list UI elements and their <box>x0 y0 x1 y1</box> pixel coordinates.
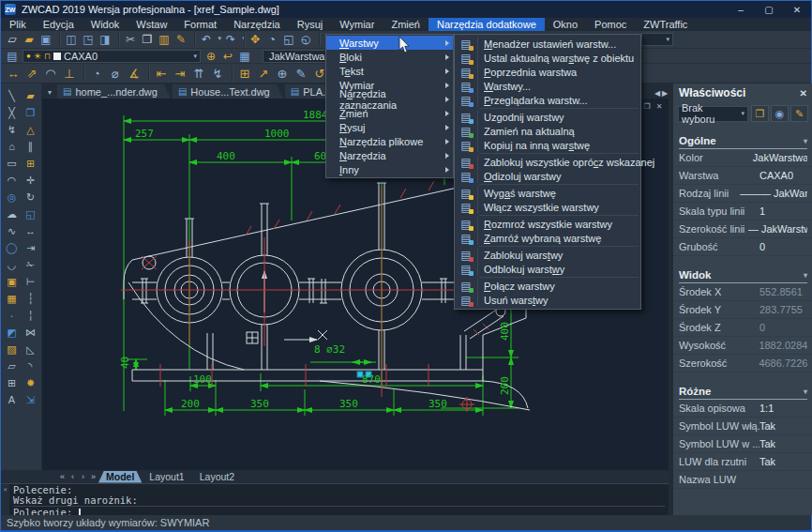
menu-narzedzia-dodatkowe[interactable]: Narzędzia dodatkowe <box>429 18 545 31</box>
menu-item-uzgodnij-warstwy[interactable]: ▤ Uzgodnij warstwy <box>455 110 640 124</box>
submenu-tekst[interactable]: Tekst <box>326 64 453 78</box>
dim-aligned-icon[interactable]: ⇗ <box>23 65 41 82</box>
menu-plik[interactable]: Plik <box>1 18 35 31</box>
menu-item-przegladarka-warstw[interactable]: ▤ Przeglądarka warstw... <box>455 93 640 107</box>
polyline-tool[interactable]: ↯ <box>3 121 21 138</box>
region-tool[interactable]: ▱ <box>3 357 21 374</box>
cut-icon[interactable]: ✂ <box>122 32 139 47</box>
submenu-narzedzia-plikowe[interactable]: Narzędzia plikowe <box>326 134 453 148</box>
prev-layout-button[interactable]: ‹ <box>68 472 78 481</box>
copy-tool[interactable]: ❐ <box>22 104 39 121</box>
toggle-pickadd-icon[interactable]: ✎ <box>790 105 808 122</box>
polygon-tool[interactable]: ⌂ <box>3 138 21 155</box>
menu-rysuj[interactable]: Rysuj <box>289 18 332 31</box>
section-header-rozne[interactable]: Różne▾ <box>679 386 807 400</box>
maximize-button[interactable]: ▢ <box>755 1 783 18</box>
property-row[interactable]: Wysokość 1882.0284 <box>673 337 812 355</box>
submenu-zmien[interactable]: Zmień <box>326 106 453 120</box>
lengthen-tool[interactable]: ⇥ <box>22 239 39 256</box>
menu-item-kopiuj-na-inna-warstwe[interactable]: ▤ Kopiuj na inną warstwę <box>455 138 640 152</box>
center-mark-icon[interactable]: ✎ <box>292 65 310 82</box>
tab-scroll-right-icon[interactable]: ▶ <box>661 87 669 99</box>
join-tool[interactable]: ⋈ <box>22 324 39 341</box>
break-tool[interactable]: ╎ <box>22 307 39 324</box>
menu-edycja[interactable]: Edycja <box>35 18 83 31</box>
property-row[interactable]: Rodzaj linii ——— JakWarstwa <box>673 185 812 203</box>
property-row[interactable]: Skala typu linii 1 <box>673 203 812 220</box>
circle-tool[interactable]: ◎ <box>3 189 21 205</box>
dim-arc-length-icon[interactable]: ◠ <box>41 65 60 82</box>
extend-tool[interactable]: ⊢ <box>22 273 39 290</box>
property-row[interactable]: Symbol LUW w ... Tak <box>673 435 812 453</box>
menu-item-polacz-warstwy[interactable]: ▤ Połącz warstwy <box>455 279 640 293</box>
submenu-inny[interactable]: Inny <box>326 162 453 176</box>
property-row[interactable]: Symbol LUW włą... Tak <box>673 418 812 435</box>
property-row[interactable]: Środek Z 0 <box>673 319 812 337</box>
dim-baseline-icon[interactable]: ⇤ <box>152 65 171 82</box>
menu-item-zamroz-wybrana-warstwe[interactable]: ▤ Zamróź wybraną warstwę <box>455 231 640 245</box>
array-tool[interactable]: ⊞ <box>22 155 39 172</box>
save-icon[interactable]: ▣ <box>38 32 54 47</box>
tab-scroll-left-icon[interactable]: ◀ <box>654 87 661 99</box>
explode-tool[interactable]: ✸ <box>22 374 39 391</box>
arc-tool[interactable]: ◠ <box>3 172 21 189</box>
minimize-button[interactable]: – <box>727 1 755 18</box>
doc-tab-house[interactable]: ▤House...Text.dwg <box>173 84 283 99</box>
zoom-window-icon[interactable]: ◱ <box>280 32 297 47</box>
menu-widok[interactable]: Widok <box>83 18 128 31</box>
property-row[interactable]: Kolor JakWarstwa <box>673 149 812 167</box>
menu-narzedzia[interactable]: Narzędzia <box>225 18 289 31</box>
dim-spacing-icon[interactable]: ⇈ <box>189 65 208 82</box>
first-layout-button[interactable]: « <box>57 472 68 481</box>
line-tool[interactable]: ╲ <box>3 87 21 104</box>
undo-icon[interactable]: ↶ <box>198 32 215 47</box>
create-block-tool[interactable]: ▦ <box>3 290 21 307</box>
command-window[interactable]: ✕ Polecenie:Wskaż drugi narożnik: Polece… <box>1 483 669 516</box>
menu-item-rozmroz-wszystkie-warstwy[interactable]: ▤ Rozmroź wszystkie warstwy <box>455 217 640 231</box>
rotate-tool[interactable]: ↻ <box>22 189 39 205</box>
layer-previous-button[interactable]: ↩ <box>219 49 236 64</box>
ellipse-tool[interactable]: ◯ <box>3 239 21 256</box>
next-layout-button[interactable]: › <box>78 472 88 481</box>
zoom-previous-icon[interactable]: ◵ <box>297 32 314 47</box>
trim-tool[interactable]: ✁ <box>22 256 39 273</box>
section-header-ogolne[interactable]: Ogólne▾ <box>679 135 807 149</box>
menu-item-ustal-aktualna-warstwe[interactable]: ▤ Ustal aktualną warstwę z obiektu <box>455 51 640 65</box>
last-layout-button[interactable]: » <box>88 472 98 481</box>
menu-item-zablokuj-warstwy[interactable]: ▤ Zablokuj warstwy <box>455 248 640 262</box>
gradient-tool[interactable]: ◩ <box>3 324 21 341</box>
close-button[interactable]: ✕ <box>783 1 811 18</box>
dim-ordinate-icon[interactable]: ⊥ <box>60 65 79 82</box>
menu-wstaw[interactable]: Wstaw <box>128 18 175 31</box>
menu-item-zamien-na-aktualna[interactable]: ▤ Zamień na aktualną <box>455 124 640 138</box>
menu-item-wygas-warstwe[interactable]: ▤ Wygaś warstwę <box>455 186 640 200</box>
workspace-combo[interactable]: ▾ <box>641 33 673 46</box>
menu-zwtraffic[interactable]: ZWTraffic <box>635 18 696 31</box>
point-tool[interactable]: ∙ <box>3 307 21 324</box>
break-at-point-tool[interactable]: ┆ <box>22 290 39 307</box>
layer-states-button[interactable]: ▦ <box>236 49 253 64</box>
section-header-widok[interactable]: Widok▾ <box>679 269 807 283</box>
pan-icon[interactable]: ✥ <box>247 32 263 47</box>
zoom-realtime-icon[interactable]: ◔ <box>263 32 280 47</box>
erase-tool[interactable]: ▰ <box>22 87 39 104</box>
tab-model[interactable]: Model <box>98 471 142 483</box>
property-row[interactable]: Środek X 552.8561 <box>673 283 812 301</box>
submenu-narzedzia[interactable]: Narzędzia <box>326 148 453 162</box>
dim-diameter-icon[interactable]: ⌀ <box>106 65 125 82</box>
dim-break-icon[interactable]: ↯ <box>208 65 227 82</box>
multileader-icon[interactable]: ↗ <box>254 65 273 82</box>
plot-preview-icon[interactable]: ◫ <box>63 32 80 47</box>
ellipse-arc-tool[interactable]: ◡ <box>3 256 21 273</box>
spline-tool[interactable]: ∿ <box>3 222 21 239</box>
property-row[interactable]: Warstwa CAXA0 <box>673 167 812 185</box>
rectangle-tool[interactable]: ▭ <box>3 155 21 172</box>
menu-item-usun-warstwy[interactable]: ▤ Usuń warstwy <box>455 293 640 307</box>
property-row[interactable]: Skala opisowa 1:1 <box>673 400 812 418</box>
quick-select-icon[interactable]: ◉ <box>771 105 789 122</box>
insert-block-tool[interactable]: ▣ <box>3 273 21 290</box>
menu-item-wlacz-wszystkie-warstwy[interactable]: ▤ Włącz wszystkie warstwy <box>455 200 640 214</box>
offset-tool[interactable]: ∥ <box>22 138 39 155</box>
paste-icon[interactable]: ▥ <box>156 32 173 47</box>
doc-tab-home[interactable]: ▤home_...nder.dwg <box>57 84 171 99</box>
